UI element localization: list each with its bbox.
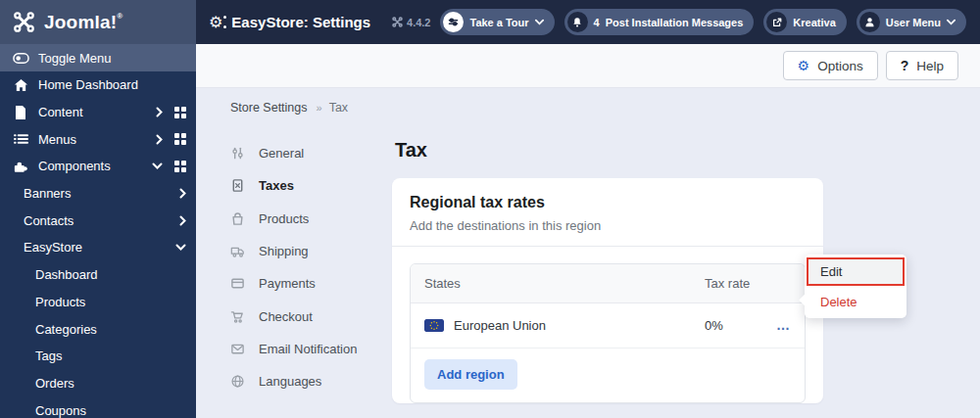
chevron-down-icon [152,163,163,169]
chevron-down-icon [175,244,186,251]
top-bar: Joomla!® ⚙ EasyStore: Settings 4.4.2 [0,0,980,44]
question-mark-icon: ? [901,58,909,73]
column-header-states: States [424,276,705,291]
admin-sidebar: Toggle Menu Home Dashboard Content [0,44,196,418]
joomla-logo[interactable]: Joomla!® [0,0,196,44]
sidebar-item-contacts[interactable]: Contacts [0,207,196,234]
sidebar-item-easystore-dashboard[interactable]: Dashboard [0,261,196,289]
chevron-right-icon [179,215,186,226]
list-icon [12,133,29,145]
joomla-logo-icon [13,11,35,33]
content-area: ⚙ Options ? Help Store Settings » Tax [196,44,980,418]
joomla-version: 4.4.2 [392,17,430,28]
tour-sliders-icon [443,12,464,32]
eu-flag-icon [424,319,444,332]
messages-count-badge: 4 [594,17,600,28]
external-link-icon [766,12,787,32]
breadcrumb-separator-icon: » [317,102,320,114]
state-name: European Union [454,318,546,333]
gears-icon: ⚙ [209,15,222,30]
cart-icon [230,309,245,324]
card-title: Regional tax rates [410,194,806,211]
settings-nav-email-notification[interactable]: Email Notification [230,333,392,365]
sidebar-item-content[interactable]: Content [0,99,196,126]
sliders-icon [230,146,245,161]
sidebar-item-easystore-coupons[interactable]: Coupons [0,396,196,418]
sidebar-item-toggle-menu[interactable]: Toggle Menu [0,44,196,71]
dashboard-grid-icon[interactable] [174,107,186,118]
dashboard-grid-icon[interactable] [174,161,186,172]
sidebar-item-menus[interactable]: Menus [0,125,196,153]
joomla-logo-text: Joomla!® [44,12,122,33]
table-header-row: States Tax rate [411,264,805,303]
truck-icon [230,244,245,258]
settings-nav: General Taxes Products [230,137,392,397]
dashboard-grid-icon[interactable] [174,133,186,145]
post-installation-messages-button[interactable]: 4 Post Installation Messages [564,9,755,35]
receipt-icon [230,178,245,193]
help-button[interactable]: ? Help [886,51,958,80]
app-title-area: ⚙ EasyStore: Settings [196,0,370,44]
easystore-settings-screen: Joomla!® ⚙ EasyStore: Settings 4.4.2 [0,0,980,418]
settings-nav-taxes[interactable]: Taxes [230,169,392,202]
bell-icon [567,12,588,32]
sidebar-item-easystore-categories[interactable]: Categories [0,315,196,343]
settings-nav-shipping[interactable]: Shipping [230,235,392,267]
template-kreativa-button[interactable]: Kreativa [763,9,846,35]
user-menu-button[interactable]: User Menu [857,9,966,35]
sidebar-item-banners[interactable]: Banners [0,180,196,208]
settings-nav-products[interactable]: Products [230,203,392,235]
toggle-icon [12,52,29,65]
card-body: States Tax rate [392,247,823,418]
chevron-right-icon [156,107,163,117]
globe-icon [230,374,245,389]
breadcrumb: Store Settings » Tax [196,88,980,127]
take-a-tour-button[interactable]: Take a Tour [440,9,554,35]
table-row-european-union: European Union 0% … [411,303,805,348]
home-icon [12,78,29,92]
shopping-bag-icon [230,211,245,226]
table-footer: Add region [411,348,805,402]
context-menu-delete[interactable]: Delete [805,289,906,313]
puzzle-icon [12,160,29,173]
sidebar-item-easystore-tags[interactable]: Tags [0,343,196,370]
settings-nav-languages[interactable]: Languages [230,365,392,397]
sidebar-item-easystore-products[interactable]: Products [0,289,196,316]
toolbar: ⚙ Options ? Help [196,44,980,88]
envelope-icon [230,342,245,356]
sidebar-item-easystore-orders[interactable]: Orders [0,370,196,397]
credit-card-icon [230,276,245,291]
chevron-right-icon [156,134,163,145]
settings-nav-checkout[interactable]: Checkout [230,300,392,332]
settings-nav-payments[interactable]: Payments [230,267,392,300]
tax-rate-value: 0% [705,318,771,333]
chevron-right-icon [179,188,186,199]
card-subtitle: Add the destinations in this region [410,218,806,233]
settings-nav-general[interactable]: General [230,137,392,169]
breadcrumb-store-settings[interactable]: Store Settings [230,101,308,115]
card-header: Regional tax rates Add the destinations … [392,178,823,247]
options-gear-icon: ⚙ [798,59,810,72]
document-icon [12,106,29,119]
breadcrumb-current: Tax [329,101,348,115]
row-context-menu: Edit Delete [805,255,906,318]
chevron-down-icon [947,19,956,25]
chevron-down-icon [535,19,544,25]
sidebar-item-easystore[interactable]: EasyStore [0,234,196,261]
regional-tax-rates-card: Regional tax rates Add the destinations … [392,178,823,403]
column-header-tax-rate: Tax rate [705,276,771,291]
sidebar-item-home-dashboard[interactable]: Home Dashboard [0,71,196,99]
page-title: Tax [395,139,427,162]
options-button[interactable]: ⚙ Options [783,51,878,80]
tax-rates-table: States Tax rate [410,263,806,403]
row-actions-menu-button[interactable]: … [776,317,791,333]
context-menu-edit[interactable]: Edit [807,257,905,286]
page-header-title: EasyStore: Settings [231,14,370,30]
topbar-actions: 4.4.2 Take a Tour [392,0,980,44]
joomla-mini-icon [392,17,403,27]
add-region-button[interactable]: Add region [424,359,517,390]
sidebar-item-components[interactable]: Components [0,153,196,180]
user-icon [859,12,880,32]
